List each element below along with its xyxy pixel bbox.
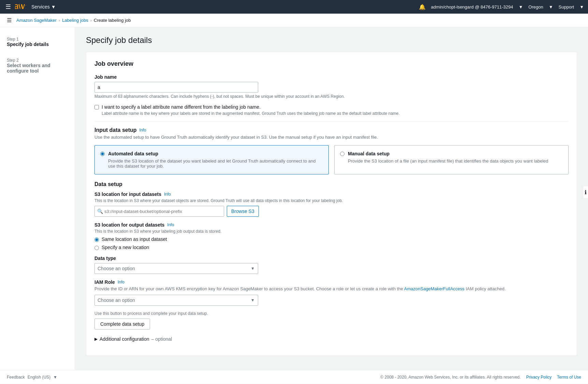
complete-data-setup-button[interactable]: Complete data setup — [94, 319, 150, 329]
job-overview-card: Job overview Job name Maximum of 63 alph… — [86, 52, 577, 356]
manual-card-title: Manual data setup — [348, 151, 548, 156]
sidebar-step-2[interactable]: Step 2 Select workers and configure tool — [0, 55, 75, 76]
sidebar-step1-label: Step 1 — [7, 37, 68, 42]
input-data-setup-title: Input data setup — [94, 127, 137, 133]
search-icon: 🔍 — [97, 209, 103, 214]
s3-output-group: S3 location for output datasets Info Thi… — [94, 222, 569, 250]
complete-setup-desc: Use this button to process and complete … — [94, 311, 569, 316]
sidebar-step1-name: Specify job details — [7, 42, 68, 47]
automated-data-card[interactable]: Automated data setup Provide the S3 loca… — [94, 145, 329, 174]
data-type-label: Data type — [94, 256, 569, 261]
s3-output-label: S3 location for output datasets — [94, 222, 164, 228]
radio-cards: Automated data setup Provide the S3 loca… — [94, 145, 569, 174]
s3-input-row: 🔍 Browse S3 — [94, 206, 569, 217]
iam-role-info[interactable]: Info — [118, 280, 124, 285]
support-menu[interactable]: Support — [559, 4, 574, 10]
s3-output-header: S3 location for output datasets Info — [94, 222, 569, 228]
breadcrumb-current: Create labeling job — [94, 18, 131, 23]
footer-language-selector[interactable]: English (US) — [28, 375, 50, 380]
data-setup-title: Data setup — [94, 181, 569, 187]
iam-desc-text1: Provide the ID or ARN for your own AWS K… — [94, 286, 403, 291]
automated-card-desc: Provide the S3 location of the dataset y… — [108, 158, 323, 169]
menu-toggle-icon[interactable]: ☰ — [7, 17, 12, 24]
s3-input-info[interactable]: Info — [164, 192, 171, 197]
iam-role-group: IAM Role Info Provide the ID or ARN for … — [94, 279, 569, 306]
automated-radio[interactable] — [100, 152, 105, 156]
info-panel-icon[interactable]: ℹ — [583, 186, 588, 198]
iam-role-label: IAM Role — [94, 279, 115, 285]
main-content: Specify job details Job overview Job nam… — [75, 27, 588, 370]
same-location-radio[interactable] — [94, 237, 99, 242]
input-data-setup-header: Input data setup Info — [94, 127, 569, 133]
automated-card-content: Automated data setup Provide the S3 loca… — [108, 151, 323, 169]
footer-copyright: © 2008 - 2020, Amazon Web Services, Inc.… — [380, 375, 520, 380]
same-location-label[interactable]: Same location as input dataset — [102, 236, 167, 242]
privacy-policy-link[interactable]: Privacy Policy — [526, 375, 552, 380]
services-label: Services — [31, 4, 50, 10]
notification-bell-icon[interactable]: 🔔 — [419, 4, 426, 10]
iam-role-select-wrapper: Choose an option Create a new role Use e… — [94, 295, 258, 306]
divider-1 — [94, 121, 569, 122]
iam-role-header: IAM Role Info — [94, 279, 569, 285]
footer-left: Feedback English (US) ▼ — [7, 375, 57, 380]
label-attr-checkbox[interactable] — [94, 105, 99, 109]
data-type-select[interactable]: Choose an option Image Text Video Point … — [94, 263, 258, 274]
account-info[interactable]: admin/chopt-lsengard @ 8476-9711-3294 — [431, 4, 513, 10]
new-location-label[interactable]: Specify a new location — [102, 245, 149, 250]
page-title: Specify job details — [86, 35, 577, 45]
manual-card-content: Manual data setup Provide the S3 locatio… — [348, 151, 548, 164]
iam-desc-text2: IAM policy attached. — [466, 286, 505, 291]
breadcrumb-sep-2: › — [90, 18, 92, 23]
expand-icon: ▶ — [94, 337, 98, 341]
complete-setup-group: Use this button to process and complete … — [94, 311, 569, 329]
breadcrumb: ☰ Amazon SageMaker › Labeling jobs › Cre… — [0, 14, 588, 27]
breadcrumb-root[interactable]: Amazon SageMaker — [16, 18, 57, 23]
s3-input-field[interactable] — [94, 206, 224, 217]
language-chevron-icon: ▼ — [53, 375, 57, 380]
sidebar-step2-label: Step 2 — [7, 58, 68, 63]
aws-logo — [15, 3, 26, 10]
feedback-button[interactable]: Feedback — [7, 375, 25, 380]
browse-s3-button[interactable]: Browse S3 — [227, 206, 259, 217]
input-data-setup-info[interactable]: Info — [139, 128, 146, 133]
input-data-setup-group: Input data setup Info Use the automated … — [94, 127, 569, 174]
manual-radio[interactable] — [340, 152, 344, 156]
s3-output-desc: This is the location in S3 where your la… — [94, 229, 569, 234]
terms-of-use-link[interactable]: Terms of Use — [557, 375, 581, 380]
footer-right: © 2008 - 2020, Amazon Web Services, Inc.… — [380, 375, 581, 380]
iam-role-desc: Provide the ID or ARN for your own AWS K… — [94, 286, 569, 291]
s3-input-desc: This is the location in S3 where your da… — [94, 198, 569, 203]
data-setup-group: Data setup S3 location for input dataset… — [94, 181, 569, 342]
s3-input-header: S3 location for input datasets Info — [94, 191, 569, 197]
menu-icon[interactable]: ☰ — [4, 2, 12, 12]
region-selector[interactable]: Oregon — [528, 4, 543, 10]
iam-role-select[interactable]: Choose an option Create a new role Use e… — [94, 295, 258, 306]
sidebar-step-1[interactable]: Step 1 Specify job details — [0, 34, 75, 50]
iam-link[interactable]: AmazonSageMakerFullAccess — [404, 286, 465, 291]
same-location-row: Same location as input dataset — [94, 236, 569, 242]
sidebar: Step 1 Specify job details Step 2 Select… — [0, 27, 75, 370]
region-chevron-icon: ▼ — [549, 4, 553, 10]
services-chevron: ▼ — [51, 4, 56, 10]
label-attr-desc: Label attribute name is the key where yo… — [102, 111, 400, 116]
s3-input-group: S3 location for input datasets Info This… — [94, 191, 569, 217]
additional-config-row[interactable]: ▶ Additional configuration – optional — [94, 332, 569, 342]
breadcrumb-parent[interactable]: Labeling jobs — [62, 18, 88, 23]
new-location-radio[interactable] — [94, 246, 99, 250]
job-name-input[interactable] — [94, 82, 258, 93]
additional-config-optional: – optional — [151, 336, 172, 342]
s3-input-wrapper: 🔍 — [94, 206, 224, 217]
support-chevron-icon: ▼ — [579, 4, 584, 10]
new-location-row: Specify a new location — [94, 245, 569, 250]
label-attr-row: I want to specify a label attribute name… — [94, 104, 569, 116]
services-button[interactable]: Services ▼ — [29, 3, 59, 11]
manual-data-card[interactable]: Manual data setup Provide the S3 locatio… — [334, 145, 569, 174]
s3-output-info[interactable]: Info — [167, 222, 174, 227]
top-nav: ☰ Services ▼ 🔔 admin/chopt-lsengard @ 84… — [0, 0, 588, 14]
job-name-hint: Maximum of 63 alphanumeric characters. C… — [94, 94, 569, 99]
data-type-group: Data type Choose an option Image Text Vi… — [94, 256, 569, 274]
footer: Feedback English (US) ▼ © 2008 - 2020, A… — [0, 370, 588, 384]
label-attr-label[interactable]: I want to specify a label attribute name… — [102, 104, 261, 110]
input-data-setup-desc: Use the automated setup to have Ground T… — [94, 135, 569, 140]
sidebar-step2-name: Select workers and configure tool — [7, 63, 68, 74]
